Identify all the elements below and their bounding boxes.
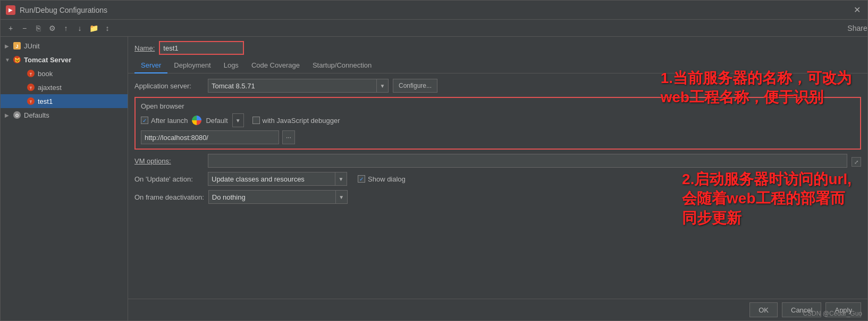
- title-bar: ▶ Run/Debug Configurations ✕: [1, 1, 867, 20]
- sidebar-item-test1[interactable]: T test1: [1, 94, 128, 108]
- name-row: Name:: [128, 37, 867, 58]
- add-config-button[interactable]: +: [5, 22, 16, 34]
- svg-text:T: T: [30, 72, 32, 77]
- js-debugger-checkbox[interactable]: [252, 117, 260, 124]
- after-launch-checkbox-container: ✓ After launch: [141, 117, 188, 125]
- book-icon: T: [26, 69, 36, 78]
- tab-code-coverage[interactable]: Code Coverage: [245, 58, 306, 73]
- junit-arrow: ▶: [5, 43, 12, 49]
- remove-config-button[interactable]: −: [19, 22, 30, 34]
- sidebar-item-junit[interactable]: ▶ J JUnit: [1, 39, 128, 53]
- junit-icon: J: [12, 42, 22, 50]
- open-browser-section: Open browser ✓ After launch Default ▼: [134, 97, 861, 150]
- vm-options-label: VM options:: [134, 157, 204, 165]
- url-input[interactable]: [141, 130, 279, 144]
- tab-logs[interactable]: Logs: [217, 58, 245, 73]
- svg-text:T: T: [30, 100, 32, 104]
- test1-icon: T: [26, 97, 36, 105]
- on-frame-label: On frame deactivation:: [134, 193, 204, 201]
- on-update-dropdown-arrow[interactable]: ▼: [335, 172, 347, 186]
- app-server-select-container: ▼: [208, 79, 389, 93]
- defaults-icon: ⚙: [12, 111, 22, 119]
- settings-button[interactable]: ⚙: [46, 22, 58, 34]
- form-area: Application server: ▼ Configure... Open …: [128, 73, 867, 299]
- share-button[interactable]: Share: [852, 22, 863, 34]
- sidebar-item-book[interactable]: T book: [1, 67, 128, 80]
- sidebar-item-defaults[interactable]: ▶ ⚙ Defaults: [1, 108, 128, 122]
- vm-expand-button[interactable]: ⤢: [852, 157, 861, 167]
- after-launch-checkbox[interactable]: ✓: [141, 117, 148, 124]
- on-frame-dropdown-arrow[interactable]: ▼: [336, 190, 348, 204]
- app-server-row: Application server: ▼ Configure...: [134, 79, 861, 93]
- sidebar-item-tomcat-server[interactable]: ▼ 🐱 Tomcat Server: [1, 53, 128, 67]
- svg-text:T: T: [30, 86, 32, 90]
- browser-row: ✓ After launch Default ▼ with JavaScript…: [141, 113, 855, 127]
- app-server-label: Application server:: [134, 82, 204, 90]
- svg-text:🐱: 🐱: [14, 57, 21, 63]
- dialog-title: Run/Debug Configurations: [20, 6, 107, 14]
- right-wrapper: 1.当前服务器的名称，可改为web工程名称，便于识别 2.启动服务器时访问的ur…: [128, 37, 867, 320]
- on-frame-input[interactable]: [208, 190, 336, 204]
- url-row: ···: [141, 130, 855, 144]
- tomcat-icon: 🐱: [12, 55, 22, 64]
- tabs-bar: Server Deployment Logs Code Coverage Sta…: [128, 58, 867, 73]
- ok-button[interactable]: OK: [749, 302, 778, 317]
- show-dialog-container: ✓ Show dialog: [358, 175, 406, 183]
- on-update-label: On 'Update' action:: [134, 175, 204, 183]
- ajaxtest-icon: T: [26, 83, 36, 92]
- move-down-button[interactable]: ↓: [74, 22, 86, 34]
- title-bar-left: ▶ Run/Debug Configurations: [6, 5, 107, 15]
- show-dialog-label: Show dialog: [368, 175, 406, 183]
- footer: CSDN @Cedar_Guo OK Cancel Apply: [128, 299, 867, 320]
- dialog-icon: ▶: [6, 5, 15, 15]
- js-debugger-checkbox-container: with JavaScript debugger: [252, 117, 340, 125]
- sidebar-item-label-tomcat: Tomcat Server: [24, 56, 71, 64]
- defaults-arrow: ▶: [5, 112, 12, 118]
- right-panel: Name: Server Deployment Logs Code Covera…: [128, 37, 867, 320]
- js-debugger-label: with JavaScript debugger: [263, 117, 340, 125]
- move-up-button[interactable]: ↑: [60, 22, 72, 34]
- sidebar-item-label-test1: test1: [38, 97, 53, 105]
- open-browser-title: Open browser: [141, 102, 855, 110]
- app-server-dropdown-arrow[interactable]: ▼: [377, 79, 389, 93]
- vm-options-input[interactable]: [208, 154, 847, 168]
- sidebar-item-label-ajaxtest: ajaxtest: [38, 84, 62, 92]
- main-content: ▶ J JUnit ▼ 🐱 Tomcat Server T bo: [1, 37, 867, 320]
- tab-deployment[interactable]: Deployment: [167, 58, 217, 73]
- app-server-input[interactable]: [208, 79, 377, 93]
- on-frame-row: On frame deactivation: ▼: [134, 190, 861, 204]
- url-browse-button[interactable]: ···: [282, 130, 295, 144]
- name-input[interactable]: [159, 41, 244, 55]
- after-launch-label: After launch: [151, 117, 188, 125]
- toolbar: + − ⎘ ⚙ ↑ ↓ 📁 ↕ Share: [1, 20, 867, 37]
- sidebar-item-ajaxtest[interactable]: T ajaxtest: [1, 80, 128, 94]
- sidebar-item-label-junit: JUnit: [24, 42, 40, 50]
- browser-dropdown-arrow[interactable]: ▼: [232, 113, 244, 127]
- watermark: CSDN @Cedar_Guo: [803, 310, 862, 317]
- run-debug-dialog: ▶ Run/Debug Configurations ✕ + − ⎘ ⚙ ↑ ↓…: [0, 0, 868, 321]
- name-label: Name:: [134, 44, 155, 52]
- sidebar: ▶ J JUnit ▼ 🐱 Tomcat Server T bo: [1, 37, 128, 320]
- folder-button[interactable]: 📁: [88, 22, 99, 34]
- on-update-input[interactable]: [208, 172, 335, 186]
- tomcat-arrow: ▼: [5, 57, 12, 63]
- sidebar-item-label-book: book: [38, 70, 53, 78]
- on-update-row: On 'Update' action: ▼ ✓ Show dialog: [134, 172, 861, 186]
- vm-options-row: VM options: ⤢: [134, 154, 861, 168]
- copy-config-button[interactable]: ⎘: [32, 22, 44, 34]
- show-dialog-checkbox[interactable]: ✓: [358, 175, 365, 183]
- svg-text:⚙: ⚙: [15, 113, 19, 118]
- configure-button[interactable]: Configure...: [393, 79, 437, 93]
- sort-button[interactable]: ↕: [102, 22, 113, 34]
- sidebar-item-label-defaults: Defaults: [24, 111, 49, 119]
- close-button[interactable]: ✕: [852, 5, 862, 15]
- tab-server[interactable]: Server: [134, 58, 167, 73]
- tab-startup-connection[interactable]: Startup/Connection: [306, 58, 378, 73]
- chrome-icon: [192, 116, 201, 125]
- svg-text:J: J: [15, 44, 18, 49]
- browser-label: Default: [206, 117, 227, 125]
